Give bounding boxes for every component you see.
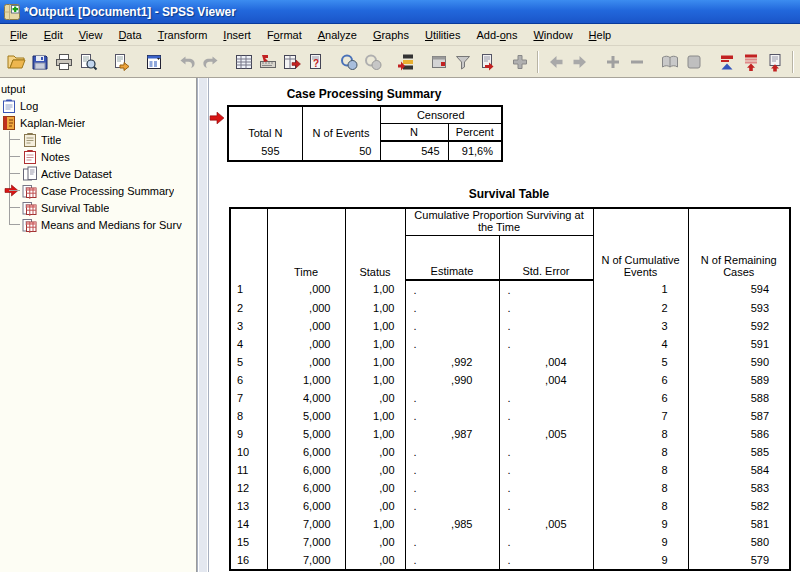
outline-item-label: Notes (41, 151, 70, 163)
surv-cell: 586 (688, 425, 790, 443)
collapse-all-icon[interactable] (715, 50, 739, 74)
redo-icon[interactable] (199, 50, 223, 74)
surv-cell: . (499, 497, 593, 515)
menu-utilities[interactable]: Utilities (417, 26, 468, 44)
print-icon[interactable] (52, 50, 76, 74)
surv-cell: . (405, 461, 499, 479)
current-output-arrow-icon (209, 111, 225, 125)
hide-icon[interactable] (682, 50, 706, 74)
surv-row: 147,0001,00,985,0059581 (230, 515, 790, 533)
surv-cell: . (499, 335, 593, 353)
menu-help[interactable]: Help (581, 26, 620, 44)
surv-cell: 6 (593, 389, 688, 407)
undo-icon[interactable] (175, 50, 199, 74)
goto-output-icon[interactable] (475, 50, 499, 74)
menu-insert[interactable]: Insert (215, 26, 259, 44)
menu-format[interactable]: Format (259, 26, 310, 44)
outline-item-log[interactable]: Log (0, 97, 196, 114)
outline-item-survival-table[interactable]: Survival Table (0, 199, 196, 216)
outline-item-means-and-medians-for-surv[interactable]: Means and Medians for Surv (0, 216, 196, 233)
export-icon[interactable] (109, 50, 133, 74)
output-pane: Case Processing Summary Total NN of Even… (209, 78, 800, 572)
use-sets-icon[interactable] (451, 50, 475, 74)
goto-case-icon[interactable] (256, 50, 280, 74)
surv-cell: . (499, 317, 593, 335)
find-icon[interactable] (337, 50, 361, 74)
surv-row: 5,0001,00,992,0045590 (230, 353, 790, 371)
surv-cell: . (405, 299, 499, 317)
table-icon (22, 200, 38, 216)
insert-heading-icon[interactable] (739, 50, 763, 74)
title-bar[interactable]: *Output1 [Document1] - SPSS Viewer (0, 0, 800, 24)
cps-header-n-of-events: N of Events (302, 106, 380, 141)
outline-item-label: Log (20, 100, 38, 112)
surv-cell: 1 (230, 280, 267, 299)
menu-graphs[interactable]: Graphs (365, 26, 417, 44)
variables-icon[interactable] (280, 50, 304, 74)
outline-item-label: Title (41, 134, 61, 146)
surv-cell: 4 (230, 335, 267, 353)
insert-text-icon[interactable] (763, 50, 787, 74)
goto-data-icon[interactable] (232, 50, 256, 74)
surv-cell: . (405, 389, 499, 407)
survival-table-title: Survival Table (229, 187, 789, 201)
surv-row: 136,000,00..8582 (230, 497, 790, 515)
surv-cell: 6,000 (267, 461, 345, 479)
collapse-icon[interactable] (625, 50, 649, 74)
surv-cell: 582 (688, 497, 790, 515)
outline-item-label: Survival Table (41, 202, 109, 214)
surv-cell: 6 (593, 371, 688, 389)
surv-cell: ,00 (345, 479, 405, 497)
menu-view[interactable]: View (71, 26, 111, 44)
open-icon[interactable] (4, 50, 28, 74)
main-area: utputLogKaplan-MeierTitleNotesActive Dat… (0, 78, 800, 572)
surv-cell: ,004 (499, 371, 593, 389)
case-processing-summary-table[interactable]: Total NN of EventsCensoredNPercent595505… (227, 105, 503, 162)
surv-cell: 591 (688, 335, 790, 353)
outline-item-case-processing-summary[interactable]: Case Processing Summary (0, 182, 196, 199)
surv-cell: 13 (230, 497, 267, 515)
pane-splitter[interactable] (197, 78, 209, 572)
insert-plus-icon[interactable] (508, 50, 532, 74)
surv-cell: 4 (593, 335, 688, 353)
outline-item-active-dataset[interactable]: Active Dataset (0, 165, 196, 182)
menu-file[interactable]: File (2, 26, 36, 44)
menu-window[interactable]: Window (525, 26, 580, 44)
surv-cell: ,987 (405, 425, 499, 443)
svg-text:?: ? (313, 58, 319, 69)
find-next-icon[interactable] (361, 50, 385, 74)
surv-cell: 587 (688, 407, 790, 425)
designate-window-icon[interactable] (427, 50, 451, 74)
surv-row: 3,0001,00..3592 (230, 317, 790, 335)
nav-left-icon[interactable] (544, 50, 568, 74)
menu-add-ons[interactable]: Add-ons (468, 26, 525, 44)
expand-icon[interactable] (601, 50, 625, 74)
show-icon[interactable] (658, 50, 682, 74)
select-last-output-icon[interactable] (394, 50, 418, 74)
menu-data[interactable]: Data (110, 26, 149, 44)
menu-transform[interactable]: Transform (150, 26, 216, 44)
variable-info-icon[interactable]: ? (304, 50, 328, 74)
surv-cell: . (405, 280, 499, 299)
survival-table[interactable]: TimeStatusCumulative Proportion Survivin… (229, 207, 791, 571)
surv-cell: 8 (593, 425, 688, 443)
save-icon[interactable] (28, 50, 52, 74)
print-preview-icon[interactable] (76, 50, 100, 74)
cps-total-n: 595 (228, 141, 302, 161)
surv-cell: 7,000 (267, 551, 345, 570)
outline-item-title[interactable]: Title (0, 131, 196, 148)
surv-cell: 2 (593, 299, 688, 317)
surv-row: 1,0001,00..1594 (230, 280, 790, 299)
toolbar-separator (792, 51, 794, 73)
recall-dialogs-icon[interactable] (142, 50, 166, 74)
outline-item-kaplan-meier[interactable]: Kaplan-Meier (0, 114, 196, 131)
surv-cell: ,00 (345, 443, 405, 461)
menu-edit[interactable]: Edit (36, 26, 71, 44)
nav-right-icon[interactable] (568, 50, 592, 74)
outline-item-notes[interactable]: Notes (0, 148, 196, 165)
menu-analyze[interactable]: Analyze (310, 26, 365, 44)
surv-cell: 1,00 (345, 317, 405, 335)
surv-cell: . (405, 407, 499, 425)
outline-item-utput[interactable]: utput (0, 80, 196, 97)
cps-n-of-events: 50 (302, 141, 380, 161)
